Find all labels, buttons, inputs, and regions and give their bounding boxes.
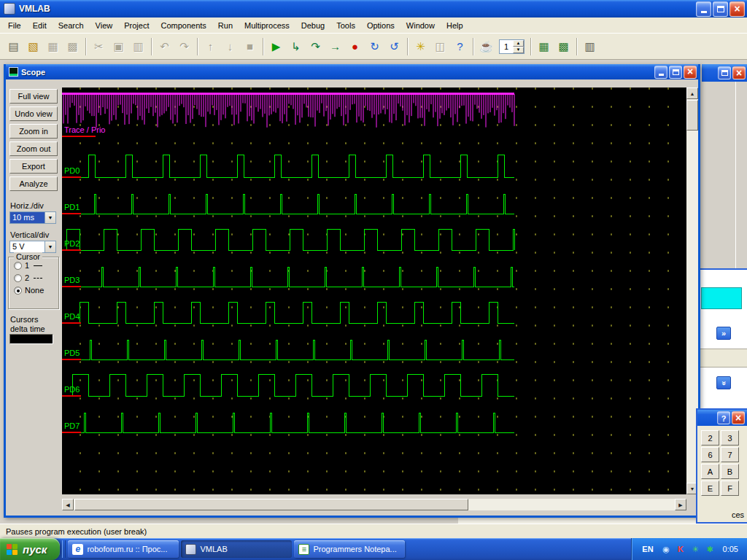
full-view-button[interactable]: Full view [9,89,58,104]
hex-key-F[interactable]: F [721,481,739,496]
menu-help[interactable]: Help [441,19,469,32]
run-button[interactable]: ▶ [266,36,286,56]
step-into-button[interactable]: ↳ [286,36,306,56]
hex-key-7[interactable]: 7 [721,447,739,462]
undo-view-button[interactable]: Undo view [9,106,58,121]
task-label: VMLAB [200,545,227,553]
step-over-button[interactable]: ↷ [306,36,325,56]
menu-components[interactable]: Components [155,19,212,32]
cut-button[interactable]: ✂ [89,36,109,56]
stop-button[interactable]: ● [345,36,365,56]
new-module-button[interactable]: ▤ [4,36,23,56]
menu-project[interactable]: Project [118,19,155,32]
hex-key-B[interactable]: B [721,464,739,479]
spin-down-button[interactable] [513,47,524,53]
halt-button[interactable]: ■ [240,36,260,56]
open-project-button[interactable]: ▧ [23,36,43,56]
hex-key-A[interactable]: A [701,464,719,479]
menu-tools[interactable]: Tools [330,19,361,32]
horizontal-scroll-thumb[interactable] [74,499,468,510]
hex-key-2[interactable]: 2 [701,430,719,446]
menu-search[interactable]: Search [53,19,90,32]
keypad-close-button[interactable] [732,411,745,424]
help-button[interactable]: ? [450,36,470,56]
cursor-option-1[interactable]: 1 [14,261,58,270]
zoom-out-button[interactable]: Zoom out [9,141,58,156]
save-button[interactable]: ▦ [43,36,63,56]
background-close-button[interactable] [732,66,746,79]
hex-key-6[interactable]: 6 [701,447,719,462]
task-button-roboforum-ru-[interactable]: roboforum.ru :: Прос... [68,540,179,558]
hardware-button[interactable]: ✳ [411,36,430,56]
menu-run[interactable]: Run [212,19,239,32]
close-icon [736,68,742,79]
task-button-vmlab[interactable]: VMLAB [181,540,292,558]
print-button[interactable]: ◫ [430,36,450,56]
redo-button[interactable]: ↷ [174,36,194,56]
menu-debug[interactable]: Debug [295,19,330,32]
restart-button[interactable]: ↺ [384,36,404,56]
help-icon: ? [457,41,462,52]
svg-text:PD5: PD5 [64,349,80,357]
process-select[interactable]: 1 [499,39,525,54]
print-icon: ◫ [435,41,445,52]
undo-button[interactable]: ↶ [155,36,174,56]
vertical-div-select[interactable]: 5 V [9,241,56,253]
cursor-option-2[interactable]: 2 [14,273,58,282]
breakpoints-mug-button[interactable]: ☕ [476,36,496,56]
menu-view[interactable]: View [90,19,119,32]
hex-key-E[interactable]: E [701,481,719,496]
restore-icon [673,69,679,75]
scope-restore-button[interactable] [669,66,682,79]
start-button[interactable]: пуск [0,538,60,560]
dropdown-arrow-icon[interactable] [44,241,55,252]
menu-options[interactable]: Options [361,19,400,32]
messenger-tray-icon[interactable]: ◉ [661,544,672,555]
scope-horizontal-scrollbar[interactable] [62,499,686,510]
dropdown-arrow-icon[interactable] [44,212,55,223]
menu-window[interactable]: Window [400,19,441,32]
keypad-window: 2367ABEF ces [696,408,747,524]
paste-button[interactable]: ▥ [128,36,148,56]
zoom-in-button[interactable]: Zoom in [9,124,58,139]
scope-close-button[interactable] [684,66,697,79]
copy-button[interactable]: ▣ [109,36,128,56]
antivirus-tray-icon[interactable]: ✳ [690,544,701,555]
vertical-scroll-thumb[interactable] [686,100,698,131]
expand-down-button[interactable] [716,376,731,389]
background-restore-button[interactable] [718,66,731,79]
expand-right-button[interactable] [716,327,731,340]
kaspersky-tray-icon[interactable]: K [676,544,686,555]
scroll-right-button[interactable] [675,499,686,510]
go-up-button[interactable]: ↑ [201,36,220,56]
menu-edit[interactable]: Edit [27,19,53,32]
component-board-button[interactable]: ▦ [534,36,554,56]
step-over-icon: ↷ [311,41,320,52]
component-chip-button[interactable]: ▩ [554,36,573,56]
reset-button[interactable]: ↻ [365,36,384,56]
scroll-up-button[interactable] [686,88,698,99]
save-all-button[interactable]: ▩ [63,36,82,56]
horiz-div-select[interactable]: 10 ms [9,211,56,224]
animate-button[interactable]: → [325,36,345,56]
spin-up-button[interactable] [513,40,524,47]
task-button-programmers-notepa-[interactable]: Programmers Notepa... [294,540,405,558]
scroll-left-button[interactable] [62,499,74,510]
menu-multiprocess[interactable]: Multiprocess [239,19,295,32]
analyze-button[interactable]: Analyze [9,176,58,191]
menu-file[interactable]: File [2,19,27,32]
svg-text:PD3: PD3 [64,276,80,284]
status-bar: Pauses program execution (user break) [0,524,747,538]
scope-minimize-button[interactable] [654,66,667,79]
cursor-option-none[interactable]: None [14,286,58,295]
language-indicator[interactable]: EN [639,543,656,555]
goto-device-button[interactable]: ▥ [580,36,600,56]
minimize-button[interactable] [696,1,711,17]
update-tray-icon[interactable]: ✱ [705,544,716,555]
close-button[interactable] [729,1,745,17]
maximize-button[interactable] [713,1,728,17]
go-down-button[interactable]: ↓ [220,36,240,56]
keypad-help-button[interactable] [717,411,730,424]
hex-key-3[interactable]: 3 [721,430,739,446]
export-button[interactable]: Export [9,159,58,174]
